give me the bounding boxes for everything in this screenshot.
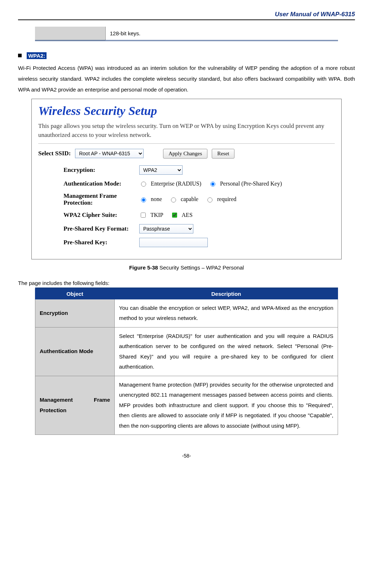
figure-title: Wireless Security Setup bbox=[38, 104, 335, 118]
desc-mfp: Management frame protection (MFP) provid… bbox=[115, 376, 338, 435]
table-row: Encryption You can disable the encryptio… bbox=[35, 299, 338, 327]
obj-auth-mode: Authentication Mode bbox=[35, 327, 115, 376]
mfp-capable-label: capable bbox=[181, 196, 198, 202]
cipher-label: WPA2 Cipher Suite: bbox=[63, 211, 139, 219]
col-description: Description bbox=[115, 288, 338, 299]
fields-intro: The page includes the following fields: bbox=[18, 280, 355, 286]
desc-encryption: You can disable the encryption or select… bbox=[115, 299, 338, 327]
figure-screenshot: Wireless Security Setup This page allows… bbox=[31, 99, 342, 259]
top-fragment-right: 128-bit keys. bbox=[105, 27, 338, 41]
figure-divider bbox=[38, 143, 335, 144]
figure-intro-text: This page allows you setup the wireless … bbox=[38, 121, 335, 140]
col-object: Object bbox=[35, 288, 115, 299]
mfp-none-label: none bbox=[151, 196, 162, 202]
description-table: Object Description Encryption You can di… bbox=[35, 288, 338, 435]
auth-enterprise-label: Enterprise (RADIUS) bbox=[151, 181, 201, 187]
cipher-aes-label: AES bbox=[182, 212, 193, 218]
mfp-none-radio[interactable] bbox=[141, 197, 146, 202]
encryption-select[interactable]: WPA2 bbox=[139, 165, 183, 175]
auth-enterprise-radio[interactable] bbox=[141, 182, 146, 187]
encryption-label: Encryption: bbox=[63, 166, 139, 174]
cipher-aes-checkbox[interactable] bbox=[172, 213, 177, 218]
apply-changes-button[interactable]: Apply Changes bbox=[163, 149, 207, 159]
ssid-label: Select SSID: bbox=[38, 150, 71, 157]
figure-caption-rest: Security Settings – WPA2 Personal bbox=[158, 264, 244, 271]
table-row: Management Frame Protection Management f… bbox=[35, 376, 338, 435]
top-fragment-table: 128-bit keys. bbox=[35, 27, 338, 41]
mfp-label: Management Frame Protection: bbox=[63, 192, 139, 206]
auth-mode-label: Authentication Mode: bbox=[63, 180, 139, 187]
cipher-tkip-checkbox[interactable] bbox=[141, 213, 146, 218]
psk-label: Pre-Shared Key: bbox=[63, 239, 139, 246]
square-bullet-icon bbox=[18, 54, 22, 57]
page-number: -58- bbox=[18, 453, 355, 459]
mfp-required-radio[interactable] bbox=[207, 197, 212, 202]
psk-input[interactable] bbox=[139, 238, 208, 247]
table-row: Authentication Mode Select "Enterprise (… bbox=[35, 327, 338, 376]
page-header: User Manual of WNAP-6315 bbox=[18, 11, 355, 20]
obj-mfp: Management Frame Protection bbox=[35, 376, 115, 435]
auth-personal-radio[interactable] bbox=[210, 182, 215, 187]
auth-personal-label: Personal (Pre-Shared Key) bbox=[220, 181, 282, 187]
mfp-required-label: required bbox=[217, 196, 236, 202]
reset-button[interactable]: Reset bbox=[212, 149, 234, 159]
psk-format-select[interactable]: Passphrase bbox=[139, 224, 193, 233]
obj-encryption: Encryption bbox=[35, 299, 115, 327]
figure-caption-bold: Figure 5-38 bbox=[129, 264, 158, 271]
cipher-tkip-label: TKIP bbox=[150, 212, 163, 218]
wpa2-badge: WPA2: bbox=[27, 52, 47, 59]
mfp-capable-radio[interactable] bbox=[171, 197, 176, 202]
psk-format-label: Pre-Shared Key Format: bbox=[63, 225, 139, 232]
figure-caption: Figure 5-38 Security Settings – WPA2 Per… bbox=[18, 264, 355, 271]
wpa2-heading-line: WPA2: bbox=[18, 52, 355, 59]
top-fragment-left bbox=[35, 27, 105, 41]
wpa2-paragraph: Wi-Fi Protected Access (WPA) was introdu… bbox=[18, 63, 355, 95]
desc-auth-mode: Select "Enterprise (RADIUS)" for user au… bbox=[115, 327, 338, 376]
ssid-select[interactable]: Root AP - WNAP-6315 bbox=[75, 149, 144, 158]
